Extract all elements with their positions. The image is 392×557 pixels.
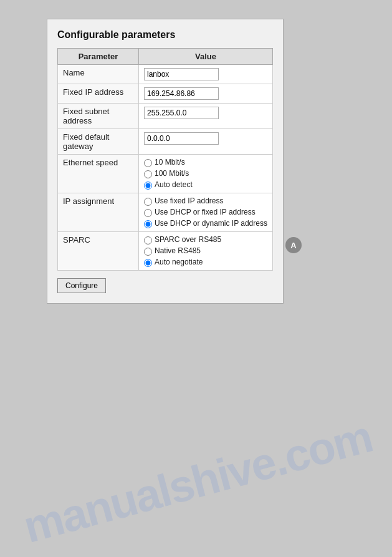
radio-input[interactable]: [144, 170, 152, 178]
configure-button[interactable]: Configure: [57, 278, 106, 293]
table-row: Ethernet speed10 Mbit/s100 Mbit/sAuto de…: [58, 155, 273, 193]
table-row: IP assignmentUse fixed IP addressUse DHC…: [58, 193, 273, 232]
param-value: Use fixed IP addressUse DHCP or fixed IP…: [139, 193, 273, 232]
text-input-fixed-default-gateway[interactable]: [144, 132, 219, 145]
table-row: Fixed IP address: [58, 84, 273, 104]
param-label: IP assignment: [58, 193, 139, 232]
table-row: Fixed default gateway: [58, 129, 273, 155]
radio-label: Use DHCP or dynamic IP address: [155, 219, 267, 228]
radio-item[interactable]: Auto negotiate: [144, 258, 267, 267]
radio-label: Use fixed IP address: [155, 196, 224, 205]
param-label: Fixed subnet address: [58, 104, 139, 129]
radio-item[interactable]: 100 Mbit/s: [144, 169, 267, 178]
radio-label: Auto negotiate: [155, 258, 203, 266]
param-label: Fixed default gateway: [58, 129, 139, 155]
badge-a: A: [285, 237, 302, 253]
card-title: Configurable parameters: [57, 29, 273, 41]
radio-input[interactable]: [144, 248, 152, 256]
config-card: Configurable parameters Parameter Value …: [47, 19, 284, 304]
col-header-value: Value: [139, 49, 273, 65]
radio-item[interactable]: Use DHCP or dynamic IP address: [144, 219, 267, 228]
radio-input[interactable]: [144, 220, 152, 228]
param-value[interactable]: [139, 65, 273, 84]
radio-label: Auto detect: [155, 180, 193, 189]
table-row: Fixed subnet address: [58, 104, 273, 129]
param-label: SPARC: [58, 232, 139, 271]
radio-input[interactable]: [144, 209, 152, 217]
radio-label: 10 Mbit/s: [155, 158, 185, 167]
watermark: manualshive.com: [18, 410, 377, 553]
radio-item[interactable]: Native RS485: [144, 246, 267, 256]
text-input-fixed-ip-address[interactable]: [144, 87, 219, 100]
radio-input[interactable]: [144, 159, 152, 167]
param-value[interactable]: [139, 84, 273, 104]
param-label: Name: [58, 65, 139, 84]
radio-item[interactable]: 10 Mbit/s: [144, 158, 267, 167]
param-value: SPARC over RS485Native RS485Auto negotia…: [139, 232, 273, 271]
col-header-param: Parameter: [58, 49, 139, 65]
radio-group: Use fixed IP addressUse DHCP or fixed IP…: [144, 196, 267, 228]
radio-input[interactable]: [144, 198, 152, 206]
param-value[interactable]: [139, 104, 273, 129]
radio-input[interactable]: [144, 259, 152, 267]
param-label: Ethernet speed: [58, 155, 139, 193]
radio-item[interactable]: Auto detect: [144, 180, 267, 190]
radio-item[interactable]: SPARC over RS485: [144, 235, 267, 245]
radio-label: 100 Mbit/s: [155, 169, 189, 178]
table-row: Name: [58, 65, 273, 84]
text-input-name[interactable]: [144, 68, 219, 80]
radio-label: SPARC over RS485: [155, 235, 221, 244]
table-row: SPARCSPARC over RS485Native RS485Auto ne…: [58, 232, 273, 271]
radio-label: Native RS485: [155, 246, 201, 255]
radio-group: SPARC over RS485Native RS485Auto negotia…: [144, 235, 267, 267]
params-table: Parameter Value NameFixed IP addressFixe…: [57, 48, 273, 271]
radio-item[interactable]: Use fixed IP address: [144, 196, 267, 206]
param-value[interactable]: [139, 129, 273, 155]
radio-input[interactable]: [144, 182, 152, 190]
radio-item[interactable]: Use DHCP or fixed IP address: [144, 208, 267, 217]
radio-label: Use DHCP or fixed IP address: [155, 208, 256, 216]
text-input-fixed-subnet-address[interactable]: [144, 107, 219, 119]
param-value: 10 Mbit/s100 Mbit/sAuto detect: [139, 155, 273, 193]
param-label: Fixed IP address: [58, 84, 139, 104]
radio-input[interactable]: [144, 236, 152, 245]
radio-group: 10 Mbit/s100 Mbit/sAuto detect: [144, 158, 267, 190]
